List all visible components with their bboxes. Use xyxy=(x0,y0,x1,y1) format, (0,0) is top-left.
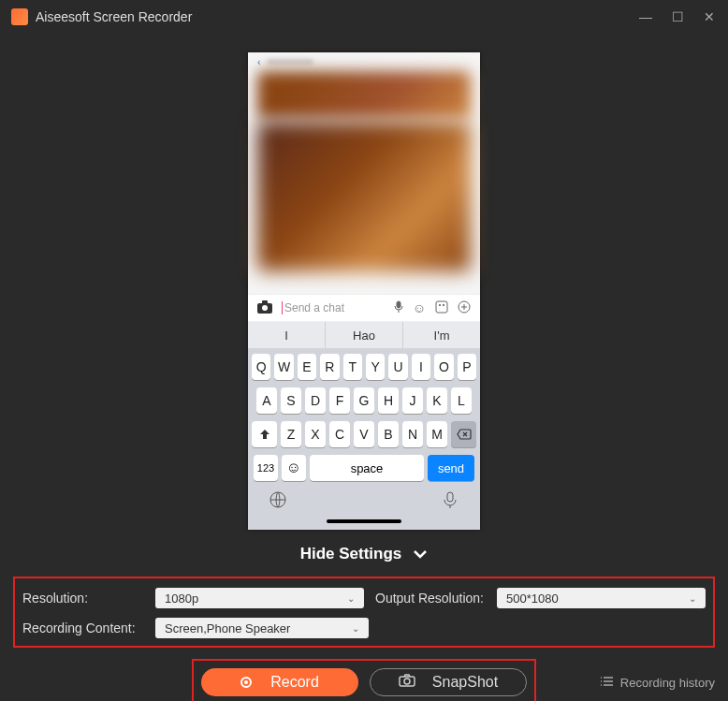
key-p[interactable]: P xyxy=(458,354,476,380)
maximize-button[interactable]: ☐ xyxy=(670,9,685,24)
titlebar: Aiseesoft Screen Recorder — ☐ ✕ xyxy=(0,0,728,34)
key-i[interactable]: I xyxy=(412,354,430,380)
key-n[interactable]: N xyxy=(402,421,423,447)
close-button[interactable]: ✕ xyxy=(702,9,717,24)
key-send[interactable]: send xyxy=(428,455,474,481)
key-x[interactable]: X xyxy=(305,421,326,447)
recording-content-label: Recording Content: xyxy=(22,621,150,635)
chevron-down-icon: ⌄ xyxy=(689,593,696,604)
key-123[interactable]: 123 xyxy=(254,455,278,481)
record-button[interactable]: Record xyxy=(201,668,358,696)
camera-icon xyxy=(399,674,415,691)
output-resolution-label: Output Resolution: xyxy=(375,591,491,606)
home-indicator xyxy=(327,519,401,523)
svg-rect-4 xyxy=(436,301,447,313)
key-u[interactable]: U xyxy=(388,354,407,380)
key-emoji[interactable]: ☺ xyxy=(282,455,306,481)
key-b[interactable]: B xyxy=(378,421,399,447)
chat-input-bar: Send a chat ☺ xyxy=(248,294,480,322)
key-backspace[interactable] xyxy=(451,421,476,447)
emoji-icon[interactable]: ☺ xyxy=(413,300,426,315)
key-e[interactable]: E xyxy=(298,354,316,380)
chevron-down-icon: ⌄ xyxy=(347,593,355,604)
keyboard: QWERTYUIOP ASDFGHJKL ZXCVBNM 123 ☺ space… xyxy=(248,348,480,530)
app-title: Aiseesoft Screen Recorder xyxy=(36,9,192,24)
key-k[interactable]: K xyxy=(427,387,447,414)
key-a[interactable]: A xyxy=(256,387,277,414)
resolution-dropdown[interactable]: 1080p⌄ xyxy=(155,588,364,608)
key-h[interactable]: H xyxy=(378,387,399,414)
app-logo xyxy=(11,8,28,25)
mic-icon[interactable] xyxy=(394,300,403,316)
hide-settings-toggle[interactable]: Hide Settings xyxy=(0,537,728,571)
key-space[interactable]: space xyxy=(310,455,424,481)
feed-image xyxy=(257,71,471,118)
minimize-button[interactable]: — xyxy=(638,9,653,24)
svg-rect-3 xyxy=(397,301,400,308)
svg-rect-9 xyxy=(447,492,453,502)
key-r[interactable]: R xyxy=(320,354,339,380)
mic-icon[interactable] xyxy=(441,490,459,513)
chevron-down-icon xyxy=(413,545,428,563)
key-d[interactable]: D xyxy=(305,387,326,414)
key-shift[interactable] xyxy=(252,421,277,447)
settings-panel: Resolution: 1080p⌄ Output Resolution: 50… xyxy=(13,577,715,648)
key-t[interactable]: T xyxy=(343,354,362,380)
svg-point-2 xyxy=(262,305,268,311)
resolution-label: Resolution: xyxy=(22,591,150,606)
record-icon xyxy=(240,677,252,688)
snapshot-button[interactable]: SnapShot xyxy=(370,668,527,696)
key-z[interactable]: Z xyxy=(281,421,301,447)
recording-history-link[interactable]: Recording history xyxy=(600,676,715,690)
camera-icon[interactable] xyxy=(257,300,272,316)
list-icon xyxy=(600,676,613,690)
actions-panel: Record SnapShot xyxy=(192,659,536,701)
key-l[interactable]: L xyxy=(451,387,472,414)
key-c[interactable]: C xyxy=(329,421,350,447)
keyboard-suggestions: I Hao I'm xyxy=(248,322,480,348)
key-g[interactable]: G xyxy=(354,387,374,414)
svg-point-11 xyxy=(404,679,410,684)
phone-preview: ‹ Send a chat ☺ I Hao I'm xyxy=(248,52,480,530)
key-j[interactable]: J xyxy=(402,387,423,414)
svg-rect-1 xyxy=(262,300,268,304)
recording-content-dropdown[interactable]: Screen,Phone Speaker⌄ xyxy=(155,618,369,638)
key-o[interactable]: O xyxy=(434,354,453,380)
add-icon[interactable] xyxy=(458,300,471,316)
output-resolution-dropdown[interactable]: 500*1080⌄ xyxy=(497,588,706,608)
key-q[interactable]: Q xyxy=(252,354,270,380)
key-y[interactable]: Y xyxy=(366,354,385,380)
svg-point-5 xyxy=(439,304,440,305)
suggestion[interactable]: Hao xyxy=(326,322,403,348)
suggestion[interactable]: I xyxy=(248,322,326,348)
key-s[interactable]: S xyxy=(281,387,301,414)
back-icon: ‹ xyxy=(257,56,261,67)
globe-icon[interactable] xyxy=(269,490,287,513)
suggestion[interactable]: I'm xyxy=(403,322,480,348)
key-w[interactable]: W xyxy=(274,354,293,380)
sticker-icon[interactable] xyxy=(435,300,448,316)
svg-point-6 xyxy=(443,304,444,305)
key-m[interactable]: M xyxy=(427,421,447,447)
key-f[interactable]: F xyxy=(329,387,350,414)
feed-image xyxy=(257,122,471,271)
key-v[interactable]: V xyxy=(354,421,374,447)
chat-input[interactable]: Send a chat xyxy=(282,301,385,314)
chevron-down-icon: ⌄ xyxy=(352,623,359,634)
